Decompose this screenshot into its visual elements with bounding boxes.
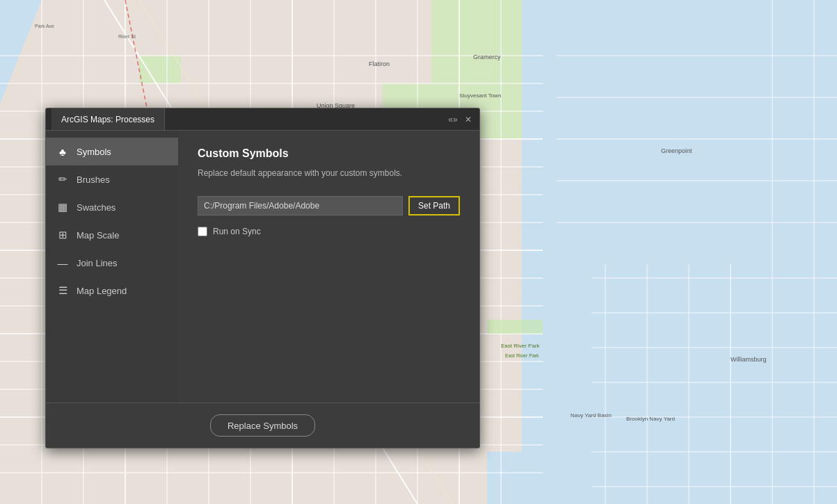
title-tab-processes[interactable]: ArcGIS Maps: Processes: [51, 108, 165, 130]
svg-marker-6: [543, 0, 837, 504]
sidebar-item-join-lines-label: Join Lines: [77, 258, 118, 268]
svg-text:East River Park: East River Park: [505, 353, 539, 358]
title-controls: «» ✕: [447, 114, 474, 125]
svg-marker-7: [487, 452, 837, 504]
brushes-icon: ✏: [56, 172, 70, 186]
dialog-footer: Replace Symbols: [46, 403, 479, 448]
path-row: Set Path: [198, 196, 460, 216]
run-on-sync-label: Run on Sync: [213, 227, 261, 236]
main-content: Custom Symbols Replace default appearanc…: [178, 131, 479, 403]
sidebar-item-map-legend-label: Map Legend: [77, 286, 127, 296]
replace-symbols-button[interactable]: Replace Symbols: [210, 414, 315, 437]
svg-text:Williamsburg: Williamsburg: [731, 356, 767, 363]
svg-text:Navy Yard Basin: Navy Yard Basin: [571, 412, 612, 418]
double-arrow-button[interactable]: «»: [447, 114, 459, 125]
set-path-button[interactable]: Set Path: [408, 196, 460, 216]
map-legend-icon: ☰: [56, 284, 70, 298]
sidebar-item-join-lines[interactable]: — Join Lines: [46, 249, 178, 277]
join-lines-icon: —: [56, 256, 70, 270]
path-input[interactable]: [198, 196, 403, 216]
dialog-body: ♣ Symbols ✏ Brushes ▦ Swatches ⊞ Map Sca…: [46, 131, 479, 403]
close-button[interactable]: ✕: [463, 114, 474, 125]
svg-text:Flatiron: Flatiron: [369, 60, 390, 67]
symbols-icon: ♣: [56, 145, 70, 158]
svg-text:Stuyvesant Town: Stuyvesant Town: [459, 92, 501, 99]
title-bar-tabs: ArcGIS Maps: Processes: [51, 108, 165, 130]
svg-rect-56: [487, 320, 543, 334]
sidebar-item-swatches[interactable]: ▦ Swatches: [46, 193, 178, 221]
title-tab-label: ArcGIS Maps: Processes: [61, 115, 154, 124]
run-sync-row: Run on Sync: [198, 227, 460, 236]
run-on-sync-checkbox[interactable]: [198, 227, 207, 236]
svg-text:Brooklyn Navy Yard: Brooklyn Navy Yard: [626, 416, 675, 422]
sidebar-item-swatches-label: Swatches: [77, 202, 115, 213]
sidebar-item-map-legend[interactable]: ☰ Map Legend: [46, 277, 178, 304]
content-title: Custom Symbols: [198, 147, 460, 160]
sidebar-item-symbols-label: Symbols: [77, 147, 111, 157]
sidebar-item-map-scale-label: Map Scale: [77, 230, 119, 241]
dialog: ArcGIS Maps: Processes «» ✕ ♣ Symbols ✏ …: [45, 108, 480, 448]
svg-text:Gramercy: Gramercy: [473, 54, 501, 60]
sidebar-item-symbols[interactable]: ♣ Symbols: [46, 138, 178, 165]
svg-rect-4: [139, 56, 181, 83]
sidebar-item-map-scale[interactable]: ⊞ Map Scale: [46, 221, 178, 249]
title-bar: ArcGIS Maps: Processes «» ✕: [46, 108, 479, 131]
content-description: Replace default appearance with your cus…: [198, 167, 460, 179]
svg-text:East River Park: East River Park: [501, 343, 541, 349]
sidebar-item-brushes-label: Brushes: [77, 174, 110, 185]
sidebar: ♣ Symbols ✏ Brushes ▦ Swatches ⊞ Map Sca…: [46, 131, 178, 403]
swatches-icon: ▦: [56, 200, 70, 214]
map-scale-icon: ⊞: [56, 228, 70, 242]
svg-text:Park Ave: Park Ave: [35, 24, 54, 29]
sidebar-item-brushes[interactable]: ✏ Brushes: [46, 165, 178, 193]
svg-text:River St: River St: [118, 34, 136, 39]
svg-text:Greenpoint: Greenpoint: [661, 147, 692, 154]
